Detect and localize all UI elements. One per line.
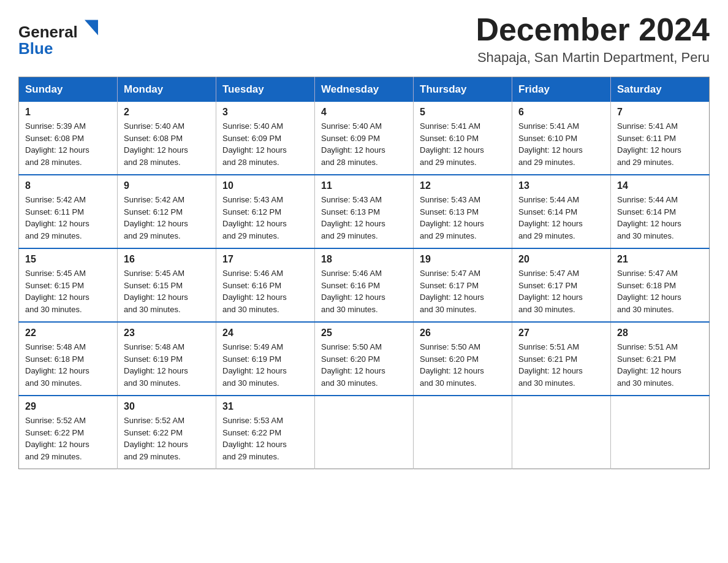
weekday-header-friday: Friday [512, 77, 611, 102]
weekday-header-row: SundayMondayTuesdayWednesdayThursdayFrid… [19, 77, 710, 102]
day-number: 7 [617, 107, 703, 118]
day-info: Sunrise: 5:44 AM Sunset: 6:14 PM Dayligh… [518, 194, 604, 242]
day-number: 2 [124, 107, 210, 118]
day-info: Sunrise: 5:46 AM Sunset: 6:16 PM Dayligh… [321, 267, 407, 315]
day-info: Sunrise: 5:51 AM Sunset: 6:21 PM Dayligh… [518, 341, 604, 389]
calendar-cell: 23 Sunrise: 5:48 AM Sunset: 6:19 PM Dayl… [118, 322, 216, 396]
calendar-cell: 1 Sunrise: 5:39 AM Sunset: 6:08 PM Dayli… [19, 102, 118, 175]
calendar-cell: 19 Sunrise: 5:47 AM Sunset: 6:17 PM Dayl… [414, 248, 512, 322]
day-number: 8 [25, 180, 111, 191]
calendar-cell: 16 Sunrise: 5:45 AM Sunset: 6:15 PM Dayl… [118, 248, 216, 322]
calendar-cell: 10 Sunrise: 5:43 AM Sunset: 6:12 PM Dayl… [216, 175, 315, 248]
day-info: Sunrise: 5:41 AM Sunset: 6:11 PM Dayligh… [617, 120, 703, 168]
calendar-week-5: 29 Sunrise: 5:52 AM Sunset: 6:22 PM Dayl… [19, 396, 710, 469]
day-number: 12 [420, 180, 506, 191]
day-info: Sunrise: 5:45 AM Sunset: 6:15 PM Dayligh… [124, 267, 210, 315]
day-number: 21 [617, 254, 703, 265]
calendar-cell: 8 Sunrise: 5:42 AM Sunset: 6:11 PM Dayli… [19, 175, 118, 248]
logo: General Blue [18, 12, 98, 61]
calendar-cell: 11 Sunrise: 5:43 AM Sunset: 6:13 PM Dayl… [315, 175, 414, 248]
day-number: 25 [321, 327, 407, 339]
day-info: Sunrise: 5:39 AM Sunset: 6:08 PM Dayligh… [25, 120, 111, 168]
calendar-cell: 5 Sunrise: 5:41 AM Sunset: 6:10 PM Dayli… [414, 102, 512, 175]
day-number: 30 [124, 401, 210, 412]
calendar-cell: 13 Sunrise: 5:44 AM Sunset: 6:14 PM Dayl… [512, 175, 611, 248]
calendar-cell: 21 Sunrise: 5:47 AM Sunset: 6:18 PM Dayl… [611, 248, 710, 322]
day-number: 16 [124, 254, 210, 265]
weekday-header-monday: Monday [118, 77, 216, 102]
day-info: Sunrise: 5:50 AM Sunset: 6:20 PM Dayligh… [321, 341, 407, 389]
day-number: 17 [222, 254, 308, 265]
day-number: 14 [617, 180, 703, 191]
day-number: 1 [25, 107, 111, 118]
calendar-cell [315, 396, 414, 469]
day-info: Sunrise: 5:48 AM Sunset: 6:19 PM Dayligh… [124, 341, 210, 389]
day-info: Sunrise: 5:43 AM Sunset: 6:12 PM Dayligh… [222, 194, 308, 242]
calendar-cell: 6 Sunrise: 5:41 AM Sunset: 6:10 PM Dayli… [512, 102, 611, 175]
day-info: Sunrise: 5:42 AM Sunset: 6:11 PM Dayligh… [25, 194, 111, 242]
weekday-header-saturday: Saturday [611, 77, 710, 102]
calendar-cell: 17 Sunrise: 5:46 AM Sunset: 6:16 PM Dayl… [216, 248, 315, 322]
calendar-cell [611, 396, 710, 469]
day-number: 29 [25, 401, 111, 412]
calendar-week-3: 15 Sunrise: 5:45 AM Sunset: 6:15 PM Dayl… [19, 248, 710, 322]
day-info: Sunrise: 5:42 AM Sunset: 6:12 PM Dayligh… [124, 194, 210, 242]
calendar-cell: 9 Sunrise: 5:42 AM Sunset: 6:12 PM Dayli… [118, 175, 216, 248]
day-number: 10 [222, 180, 308, 191]
calendar-cell: 7 Sunrise: 5:41 AM Sunset: 6:11 PM Dayli… [611, 102, 710, 175]
day-number: 22 [25, 327, 111, 339]
calendar-week-2: 8 Sunrise: 5:42 AM Sunset: 6:11 PM Dayli… [19, 175, 710, 248]
day-number: 15 [25, 254, 111, 265]
calendar-cell: 3 Sunrise: 5:40 AM Sunset: 6:09 PM Dayli… [216, 102, 315, 175]
calendar-cell: 27 Sunrise: 5:51 AM Sunset: 6:21 PM Dayl… [512, 322, 611, 396]
page-header: General Blue December 2024 Shapaja, San … [18, 12, 710, 66]
day-number: 23 [124, 327, 210, 339]
day-info: Sunrise: 5:40 AM Sunset: 6:09 PM Dayligh… [222, 120, 308, 168]
day-number: 5 [420, 107, 506, 118]
day-info: Sunrise: 5:41 AM Sunset: 6:10 PM Dayligh… [518, 120, 604, 168]
day-info: Sunrise: 5:45 AM Sunset: 6:15 PM Dayligh… [25, 267, 111, 315]
calendar-cell: 22 Sunrise: 5:48 AM Sunset: 6:18 PM Dayl… [19, 322, 118, 396]
day-number: 20 [518, 254, 604, 265]
title-block: December 2024 Shapaja, San Martin Depart… [476, 12, 710, 66]
day-info: Sunrise: 5:53 AM Sunset: 6:22 PM Dayligh… [222, 415, 308, 462]
svg-marker-1 [85, 20, 98, 36]
day-info: Sunrise: 5:46 AM Sunset: 6:16 PM Dayligh… [222, 267, 308, 315]
day-info: Sunrise: 5:41 AM Sunset: 6:10 PM Dayligh… [420, 120, 506, 168]
calendar-cell: 12 Sunrise: 5:43 AM Sunset: 6:13 PM Dayl… [414, 175, 512, 248]
day-info: Sunrise: 5:43 AM Sunset: 6:13 PM Dayligh… [321, 194, 407, 242]
day-number: 9 [124, 180, 210, 191]
calendar-cell: 15 Sunrise: 5:45 AM Sunset: 6:15 PM Dayl… [19, 248, 118, 322]
svg-text:Blue: Blue [18, 39, 53, 58]
day-info: Sunrise: 5:49 AM Sunset: 6:19 PM Dayligh… [222, 341, 308, 389]
calendar-week-1: 1 Sunrise: 5:39 AM Sunset: 6:08 PM Dayli… [19, 102, 710, 175]
month-title: December 2024 [476, 12, 710, 47]
day-number: 28 [617, 327, 703, 339]
calendar-cell: 30 Sunrise: 5:52 AM Sunset: 6:22 PM Dayl… [118, 396, 216, 469]
weekday-header-thursday: Thursday [414, 77, 512, 102]
calendar-cell: 24 Sunrise: 5:49 AM Sunset: 6:19 PM Dayl… [216, 322, 315, 396]
day-info: Sunrise: 5:47 AM Sunset: 6:18 PM Dayligh… [617, 267, 703, 315]
weekday-header-sunday: Sunday [19, 77, 118, 102]
calendar-cell: 4 Sunrise: 5:40 AM Sunset: 6:09 PM Dayli… [315, 102, 414, 175]
calendar-cell: 25 Sunrise: 5:50 AM Sunset: 6:20 PM Dayl… [315, 322, 414, 396]
calendar-cell: 31 Sunrise: 5:53 AM Sunset: 6:22 PM Dayl… [216, 396, 315, 469]
day-number: 31 [222, 401, 308, 412]
logo-svg: General Blue [18, 12, 98, 61]
day-number: 3 [222, 107, 308, 118]
calendar-cell: 14 Sunrise: 5:44 AM Sunset: 6:14 PM Dayl… [611, 175, 710, 248]
day-info: Sunrise: 5:47 AM Sunset: 6:17 PM Dayligh… [420, 267, 506, 315]
calendar-cell: 18 Sunrise: 5:46 AM Sunset: 6:16 PM Dayl… [315, 248, 414, 322]
day-info: Sunrise: 5:40 AM Sunset: 6:08 PM Dayligh… [124, 120, 210, 168]
location-title: Shapaja, San Martin Department, Peru [476, 50, 710, 66]
day-info: Sunrise: 5:52 AM Sunset: 6:22 PM Dayligh… [124, 415, 210, 462]
day-number: 27 [518, 327, 604, 339]
day-info: Sunrise: 5:47 AM Sunset: 6:17 PM Dayligh… [518, 267, 604, 315]
day-number: 19 [420, 254, 506, 265]
svg-text:General: General [18, 23, 78, 41]
day-number: 24 [222, 327, 308, 339]
calendar-cell: 20 Sunrise: 5:47 AM Sunset: 6:17 PM Dayl… [512, 248, 611, 322]
day-number: 6 [518, 107, 604, 118]
calendar-cell: 2 Sunrise: 5:40 AM Sunset: 6:08 PM Dayli… [118, 102, 216, 175]
day-info: Sunrise: 5:52 AM Sunset: 6:22 PM Dayligh… [25, 415, 111, 462]
